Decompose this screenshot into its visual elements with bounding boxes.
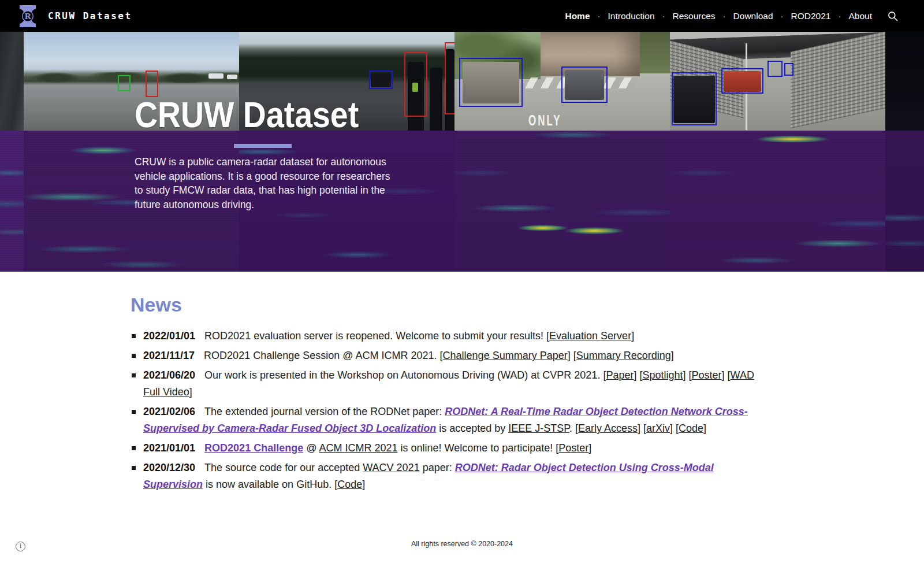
news-text: The source code for our accepted [204, 462, 363, 473]
radar-heatmap-3 [454, 131, 670, 272]
hero-title: CRUW Dataset [135, 97, 359, 133]
nav-separator: · [838, 11, 841, 21]
nav-separator: · [723, 11, 726, 21]
news-text: ] [ [634, 369, 642, 381]
news-link[interactable]: Spotlight [642, 369, 683, 381]
news-text: is accepted by [436, 423, 508, 434]
news-link[interactable]: IEEE J-STSP [508, 423, 569, 434]
nav-separator: · [662, 11, 665, 21]
top-navbar: R CRUW Dataset Home·Introduction·Resourc… [0, 0, 924, 32]
news-item: 2021/02/06The extended journal version o… [131, 403, 769, 437]
news-text: ROD2021 evaluation server is reopened. W… [204, 330, 549, 342]
news-link[interactable]: Paper [606, 369, 634, 381]
news-link[interactable]: ACM ICMR 2021 [319, 442, 397, 454]
detection-bbox-car [784, 63, 793, 76]
news-text: . [ [569, 423, 578, 434]
news-item: 2020/12/30The source code for our accept… [131, 460, 769, 493]
search-icon [887, 10, 899, 22]
camera-edge-left [0, 32, 24, 131]
tree-line [24, 72, 239, 83]
nav-separator: · [598, 11, 601, 21]
news-text: @ [303, 442, 319, 454]
news-item: 2021/11/17ROD2021 Challenge Session @ AC… [131, 347, 769, 364]
news-item: 2021/01/01ROD2021 Challenge @ ACM ICMR 2… [131, 440, 769, 457]
news-text: is online! Welcome to participate! [ [397, 442, 558, 454]
news-text: ] [671, 350, 674, 361]
news-text: ] [ [683, 369, 692, 381]
detection-bbox-pedestrian [445, 42, 454, 114]
news-date: 2021/11/17 [143, 350, 195, 361]
news-link[interactable]: arXiv [646, 423, 670, 434]
news-text: ROD2021 Challenge Session @ ACM ICMR 202… [204, 350, 442, 361]
nav-item-resources[interactable]: Resources [673, 11, 716, 21]
nav-item-introduction[interactable]: Introduction [608, 11, 655, 21]
hero-description: CRUW is a public camera-radar dataset fo… [135, 155, 392, 212]
news-text: ] [588, 442, 591, 454]
nav-item-download[interactable]: Download [733, 11, 773, 21]
news-link[interactable]: WACV 2021 [363, 462, 419, 473]
detection-bbox-car [767, 61, 783, 77]
news-date: 2021/06/20 [143, 369, 195, 381]
pedestrian-silhouette [430, 68, 442, 131]
radar-edge-right [885, 131, 924, 272]
news-link[interactable]: Poster [692, 369, 722, 381]
news-list: 2022/01/01ROD2021 evaluation server is r… [131, 328, 769, 493]
news-link[interactable]: Code [337, 479, 362, 490]
detection-bbox-cyclist [118, 75, 131, 91]
radar-heatmap-4 [670, 131, 885, 272]
news-text: paper: [420, 462, 455, 473]
news-link[interactable]: Code [679, 423, 703, 434]
news-link[interactable]: Evaluation Server [549, 330, 631, 342]
nav-item-rod2021[interactable]: ROD2021 [791, 11, 831, 21]
svg-text:R: R [24, 12, 31, 21]
news-text: Our work is presented in the Workshop on… [204, 369, 606, 381]
nav-item-home[interactable]: Home [565, 11, 590, 21]
news-text: ] [ [722, 369, 731, 381]
nav-item-about[interactable]: About [848, 11, 872, 21]
detection-bbox-car [369, 71, 393, 89]
news-date: 2022/01/01 [143, 330, 195, 342]
hero-divider [234, 144, 292, 148]
trees [640, 32, 670, 73]
detection-bbox-pedestrian [404, 52, 427, 117]
news-text: is now available on GitHub. [ [203, 479, 337, 490]
radar-edge-left [0, 131, 24, 272]
news-text: ] [ [670, 423, 679, 434]
road-marking-only: ONLY [528, 112, 562, 129]
news-date: 2021/01/01 [143, 442, 195, 454]
news-link[interactable]: Summary Recording [576, 350, 671, 361]
news-item: 2022/01/01ROD2021 evaluation server is r… [131, 328, 769, 344]
main-content: News 2022/01/01ROD2021 evaluation server… [0, 272, 924, 578]
news-text: ] [362, 479, 365, 490]
search-button[interactable] [887, 10, 899, 22]
news-date: 2021/02/06 [143, 406, 195, 417]
news-text: The extended journal version of the RODN… [204, 406, 445, 417]
detection-bbox-car [459, 58, 523, 107]
news-link[interactable]: Poster [558, 442, 588, 454]
news-date: 2020/12/30 [143, 462, 195, 473]
news-text: ] [631, 330, 634, 342]
news-link[interactable]: Early Access [578, 423, 638, 434]
parked-car [227, 75, 237, 79]
hero-banner: ONLY CRUW Dataset CRUW is a public camer… [0, 32, 924, 272]
detection-bbox-pedestrian [146, 71, 158, 97]
news-text: ] [ [568, 350, 576, 361]
news-text: ] [703, 423, 706, 434]
news-item: 2021/06/20Our work is presented in the W… [131, 367, 769, 401]
news-link[interactable]: Challenge Summary Paper [443, 350, 568, 361]
detection-bbox-car [561, 66, 608, 103]
news-text: ] [189, 386, 192, 398]
nav-separator: · [781, 11, 784, 21]
nav-menu: Home·Introduction·Resources·Download·ROD… [565, 11, 872, 21]
news-link[interactable]: ROD2021 Challenge [204, 442, 303, 454]
info-icon[interactable]: i [16, 542, 25, 551]
cruw-logo-icon: R [19, 5, 36, 27]
detection-bbox-car [721, 68, 763, 94]
camera-edge-right [885, 32, 924, 131]
news-text: ] [ [638, 423, 646, 434]
parked-car [208, 73, 223, 79]
camera-panel-intersection: ONLY [454, 32, 670, 131]
camera-panel-underpass [670, 32, 885, 131]
copyright-text: All rights reserved © 2020-2024 [0, 540, 924, 548]
site-title: CRUW Dataset [48, 10, 132, 21]
